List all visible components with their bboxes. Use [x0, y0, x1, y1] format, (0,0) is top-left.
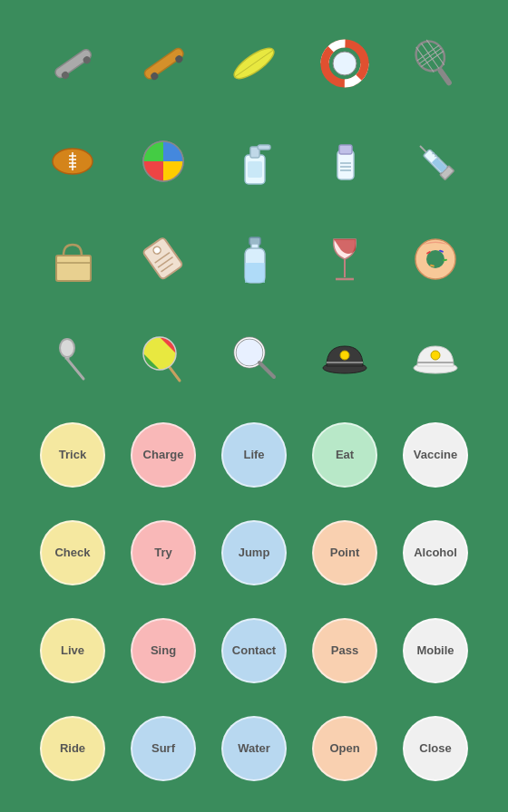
cell-vaccine: Vaccine: [390, 406, 481, 504]
cell-longboard: [118, 14, 209, 112]
svg-point-77: [340, 351, 349, 360]
cell-alcohol: Alcohol: [390, 504, 481, 602]
magnifier-icon: [222, 325, 286, 389]
badge-sing: Sing: [131, 618, 196, 683]
badge-life: Life: [221, 422, 287, 488]
svg-rect-34: [339, 145, 352, 154]
svg-line-68: [67, 359, 83, 379]
svg-rect-33: [337, 150, 354, 179]
cell-price-tag: [118, 210, 209, 308]
beach-ball-icon: [132, 130, 195, 193]
svg-rect-3: [142, 46, 184, 80]
cell-surfboard: [209, 14, 299, 112]
badge-open: Open: [312, 716, 377, 781]
cell-mobile: Mobile: [390, 602, 481, 700]
cell-close: Close: [390, 700, 481, 798]
cell-skateboard: [27, 14, 118, 112]
donut-icon: [404, 227, 467, 291]
badge-mobile: Mobile: [403, 618, 468, 683]
badge-live: Live: [40, 618, 105, 683]
cell-lifesaver: [299, 14, 390, 112]
svg-rect-31: [258, 145, 270, 150]
icon-grid: Trick Charge Life Eat Vaccine Check Try …: [18, 5, 490, 807]
cell-check: Check: [27, 504, 118, 602]
badge-try: Try: [131, 520, 196, 585]
badge-jump: Jump: [221, 520, 287, 585]
cell-lollipop: [118, 308, 209, 406]
cell-police-cap: [299, 308, 390, 406]
cell-beach-ball: [118, 112, 209, 210]
cell-pass: Pass: [299, 602, 390, 700]
cell-trick: Trick: [27, 406, 118, 504]
cell-live: Live: [27, 602, 118, 700]
syringe-icon: [404, 130, 467, 193]
microphone-icon: [41, 325, 104, 389]
badge-vaccine: Vaccine: [403, 422, 468, 488]
svg-line-69: [169, 366, 180, 381]
svg-line-74: [259, 362, 274, 377]
cell-surf: Surf: [118, 700, 209, 798]
badge-trick: Trick: [40, 422, 105, 488]
sanitizer-icon: [222, 130, 286, 193]
water-bottle-icon: [222, 227, 286, 291]
skateboard-icon: [41, 32, 104, 95]
svg-rect-32: [248, 161, 262, 178]
captain-cap-icon: [404, 325, 467, 389]
cell-jump: Jump: [209, 504, 299, 602]
lollipop-icon: [132, 325, 195, 389]
svg-point-66: [60, 339, 74, 357]
price-tag-icon: [132, 227, 195, 291]
cell-football: [27, 112, 118, 210]
cell-open: Open: [299, 700, 390, 798]
badge-eat: Eat: [312, 422, 377, 488]
cell-contact: Contact: [209, 602, 299, 700]
cell-eat: Eat: [299, 406, 390, 504]
cell-vaccine-bottle: [299, 112, 390, 210]
badge-charge: Charge: [131, 422, 196, 488]
police-cap-icon: [313, 325, 376, 389]
cell-water-bottle: [209, 210, 299, 308]
cell-wine-glass: [299, 210, 390, 308]
football-icon: [41, 130, 104, 193]
cell-point: Point: [299, 504, 390, 602]
badge-ride: Ride: [40, 716, 105, 781]
cell-sing: Sing: [118, 602, 209, 700]
badge-point: Point: [312, 520, 377, 585]
vaccine-bottle-icon: [313, 130, 376, 193]
svg-point-80: [431, 351, 440, 360]
cell-donut: [390, 210, 481, 308]
surfboard-icon: [222, 32, 286, 95]
svg-rect-47: [142, 237, 183, 279]
wine-glass-icon: [313, 227, 376, 291]
svg-rect-45: [56, 256, 91, 281]
cell-captain-cap: [390, 308, 481, 406]
cell-tennis-racket: [390, 14, 481, 112]
cell-try: Try: [118, 504, 209, 602]
tennis-racket-icon: [404, 32, 467, 95]
svg-rect-56: [245, 263, 265, 283]
svg-line-38: [420, 146, 426, 152]
badge-contact: Contact: [221, 618, 287, 683]
cell-syringe: [390, 112, 481, 210]
longboard-icon: [132, 32, 195, 95]
badge-check: Check: [40, 520, 105, 585]
badge-alcohol: Alcohol: [403, 520, 468, 585]
cell-shopping-bag: [27, 210, 118, 308]
svg-rect-20: [436, 67, 453, 86]
badge-surf: Surf: [131, 716, 196, 781]
badge-close: Close: [403, 716, 468, 781]
badge-pass: Pass: [312, 618, 377, 683]
cell-sanitizer: [209, 112, 299, 210]
cell-water: Water: [209, 700, 299, 798]
cell-life: Life: [209, 406, 299, 504]
cell-charge: Charge: [118, 406, 209, 504]
shopping-bag-icon: [41, 227, 104, 291]
cell-microphone: [27, 308, 118, 406]
lifesaver-icon: [313, 32, 376, 95]
cell-magnifier: [209, 308, 299, 406]
cell-ride: Ride: [27, 700, 118, 798]
badge-water: Water: [221, 716, 287, 781]
